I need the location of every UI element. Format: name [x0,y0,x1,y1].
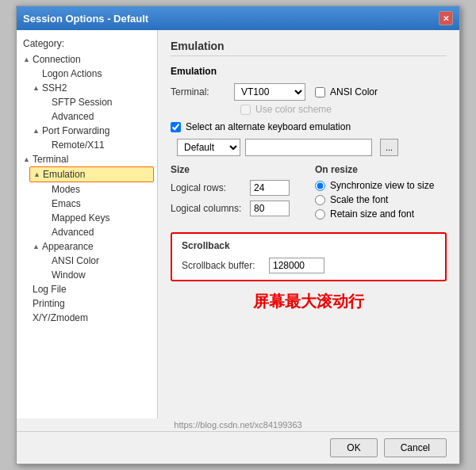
logical-columns-row: Logical columns: [171,201,302,216]
keyboard-text-input[interactable] [245,139,372,156]
sync-view-label: Synchronize view to size [330,180,434,191]
keyboard-type-select[interactable]: Default VT100 VT220 [177,139,240,156]
scale-font-label: Scale the font [330,194,388,205]
section-title: Emulation [171,40,447,56]
ansi-color-row: ANSI Color [315,86,378,97]
title-bar-buttons: ✕ [439,11,453,25]
sidebar-item-printing[interactable]: Printing [20,296,154,311]
category-label: Category: [20,36,154,51]
scrollback-box: Scrollback Scrollback buffer: [171,232,447,281]
sidebar-item-sftp-session[interactable]: SFTP Session [39,95,154,109]
scale-font-radio[interactable] [315,195,325,205]
close-button[interactable]: ✕ [439,11,453,25]
ok-button[interactable]: OK [330,438,377,457]
use-color-scheme-checkbox[interactable] [240,105,251,115]
scrollback-buffer-label: Scrollback buffer: [182,260,269,271]
ansi-color-label: ANSI Color [330,86,378,97]
retain-size-radio-row: Retain size and font [315,208,447,220]
retain-size-radio[interactable] [315,209,325,220]
resize-section: On resize Synchronize view to size Scale… [315,164,447,223]
sync-view-radio[interactable] [315,181,325,191]
alternate-keyboard-checkbox[interactable] [171,122,181,132]
toggle-icon: ▲ [33,170,43,178]
title-bar: Session Options - Default ✕ [17,6,459,30]
logical-rows-row: Logical rows: [171,180,302,196]
sidebar-item-window[interactable]: Window [39,268,154,282]
sidebar-item-connection[interactable]: ▲ Connection [20,52,154,67]
logical-rows-input[interactable] [250,180,290,196]
sidebar-item-appearance[interactable]: ▲ Appearance [29,239,154,254]
category-panel: Category: ▲ Connection Logon Actions ▲ S… [17,30,158,418]
emulation-sub-label: Emulation [171,66,447,77]
browse-button[interactable]: ... [380,139,398,156]
logical-rows-label: Logical rows: [171,182,250,193]
sidebar-item-ansi-color[interactable]: ANSI Color [39,254,154,268]
cancel-button[interactable]: Cancel [384,438,447,457]
window: Session Options - Default ✕ Category: ▲ … [16,6,460,464]
sidebar-item-terminal[interactable]: ▲ Terminal [20,152,154,166]
sidebar-item-emulation[interactable]: ▲ Emulation [29,166,154,182]
annotation-text: 屏幕最大滚动行 [171,291,447,312]
alternate-keyboard-row: Select an alternate keyboard emulation [171,121,447,132]
sidebar-item-mapped-keys[interactable]: Mapped Keys [39,211,154,225]
color-scheme-row: Use color scheme [240,104,447,115]
sidebar-item-advanced-emulation[interactable]: Advanced [39,225,154,239]
sidebar-item-port-forwarding[interactable]: ▲ Port Forwarding [29,124,154,138]
sidebar-item-log-file[interactable]: Log File [20,282,154,296]
toggle-icon: ▲ [33,127,42,135]
alternate-keyboard-label: Select an alternate keyboard emulation [186,121,351,132]
toggle-icon: ▲ [33,84,42,92]
sidebar-item-ssh2[interactable]: ▲ SSH2 [29,81,154,95]
terminal-select[interactable]: VT100 VT220 ANSI Xterm [234,83,305,101]
sidebar-item-logon-actions[interactable]: Logon Actions [29,67,154,81]
toggle-icon: ▲ [33,243,42,250]
scale-font-radio-row: Scale the font [315,194,447,205]
footer: OK Cancel [17,431,459,464]
ansi-color-checkbox[interactable] [315,87,325,97]
keyboard-select-row: Default VT100 VT220 ... [177,139,447,156]
logical-columns-label: Logical columns: [171,203,250,214]
window-title: Session Options - Default [23,13,148,25]
toggle-icon: ▲ [23,55,33,63]
sidebar-item-xyz-modem[interactable]: X/Y/Zmodem [20,311,154,325]
main-content: Category: ▲ Connection Logon Actions ▲ S… [17,30,459,418]
footer-annotation: https://blog.csdn.net/xc84199363 [17,418,459,431]
sync-view-radio-row: Synchronize view to size [315,180,447,191]
logical-columns-input[interactable] [250,201,290,216]
sidebar-item-modes[interactable]: Modes [39,182,154,197]
sidebar-item-emacs[interactable]: Emacs [39,197,154,211]
retain-size-label: Retain size and font [330,208,414,220]
sidebar-item-advanced-ssh[interactable]: Advanced [39,109,154,124]
size-title: Size [171,164,302,175]
size-section: Size Logical rows: Logical columns: [171,164,302,223]
sidebar-item-remote-x11[interactable]: Remote/X11 [39,138,154,152]
scrollback-buffer-input[interactable] [269,258,324,273]
use-color-scheme-label: Use color scheme [255,104,332,115]
toggle-icon: ▲ [23,155,33,163]
settings-panel: Emulation Emulation Terminal: VT100 VT22… [158,30,459,418]
terminal-row: Terminal: VT100 VT220 ANSI Xterm ANSI Co… [171,83,447,101]
scrollback-section-title: Scrollback [182,240,436,251]
terminal-label: Terminal: [171,86,234,97]
size-resize-row: Size Logical rows: Logical columns: On r… [171,164,447,223]
on-resize-title: On resize [315,164,447,175]
scrollback-buffer-row: Scrollback buffer: [182,258,436,273]
